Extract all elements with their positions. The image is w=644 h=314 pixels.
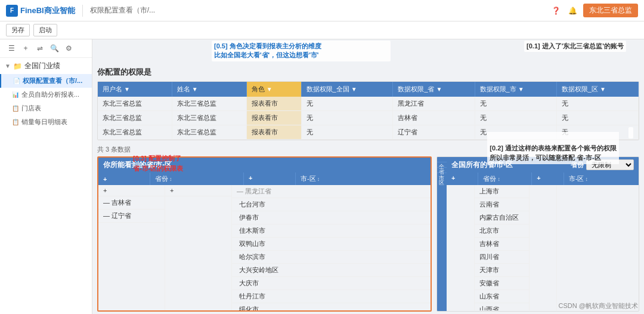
app-logo: F FineBI商业智能 (6, 5, 75, 17)
city-cell-4: 哈尔滨市 (232, 251, 431, 264)
add-icon[interactable]: + (103, 176, 107, 183)
side-tab-2[interactable]: 市 (437, 168, 447, 173)
ar-add2-col (530, 185, 558, 310)
sidebar-settings-icon[interactable]: ⚙ (62, 42, 75, 55)
side-tab-3[interactable]: 区 (437, 173, 447, 178)
ar-add-icon[interactable]: + (451, 174, 455, 181)
perm-col-header-city: 市-区 ↕ (296, 173, 431, 185)
td-name-0: 东北三省总监 (172, 97, 246, 111)
help-icon[interactable]: ❓ (550, 5, 562, 17)
main-layout: ☰ + ⇌ 🔍 ⚙ ▼ 📁 全国门业绩 📄 权限配置查看（市/... 📊 全员自… (0, 39, 644, 314)
ar-col-city: 市-区 ↕ (564, 173, 639, 185)
sidebar-add-icon[interactable]: + (19, 42, 32, 55)
filter-username[interactable]: ▼ (124, 86, 130, 93)
perm-col-header-add2: + (244, 173, 296, 185)
td-perm-province-0: 黑龙江省 (393, 97, 475, 111)
item-icon-stock: 📋 (12, 119, 19, 125)
add-city-btn[interactable]: + (165, 185, 231, 196)
watermark: CSDN @帆软商业智能技术 (559, 301, 638, 310)
td-perm-province-1: 吉林省 (393, 111, 475, 125)
item-icon-store: 📋 (12, 105, 19, 112)
th-username: 用户名 ▼ (98, 82, 172, 97)
ar-province-3: 北京市 (475, 224, 529, 238)
city-col: — 黑龙江省 七台河市 伊春市 佳木斯市 双鸭山市 哈尔滨市 大兴安岭地区 大庆… (232, 185, 431, 310)
city-cell-6: 大庆市 (232, 277, 431, 290)
app-name: FineBI商业智能 (20, 5, 75, 16)
ar-col-add: + (447, 173, 478, 185)
annotation-02 (628, 127, 633, 138)
sidebar-item-perm-config[interactable]: 📄 权限配置查看（市/... (0, 74, 92, 88)
add-province-btn[interactable]: + (98, 185, 165, 196)
filter-role[interactable]: ▼ (267, 86, 273, 93)
side-tab-1[interactable]: 省 (437, 162, 447, 168)
ar-add2-icon[interactable]: + (537, 174, 540, 181)
filter-perm-province[interactable]: ▼ (436, 86, 442, 93)
ar-province-1: 云南省 (475, 198, 529, 211)
filter-perm-city[interactable]: ▼ (518, 86, 524, 93)
sidebar-item-store[interactable]: 📋 门店表 (0, 101, 92, 115)
td-role-1: 报表看市 (246, 111, 301, 125)
sidebar-menu-icon[interactable]: ☰ (5, 42, 18, 55)
folder-arrow: ▼ (5, 63, 11, 69)
ar-province-0: 上海市 (475, 185, 529, 198)
sidebar-search-icon[interactable]: 🔍 (48, 42, 61, 55)
city-cell-1: 伊春市 (232, 211, 431, 224)
td-perm-national-2: 无 (301, 125, 393, 140)
td-perm-province-2: 辽宁省 (393, 125, 475, 140)
spacer-col: + (165, 185, 232, 310)
th-data-perm-district: 数据权限_区 ▼ (556, 82, 638, 97)
ar-province-4: 吉林省 (475, 238, 529, 251)
td-role-2: 报表看市 (246, 125, 301, 140)
all-regions-body: 上海市 云南省 内蒙古自治区 北京市 吉林省 四川省 天津市 安徽省 山东省 山… (447, 185, 639, 310)
td-username-2: 东北三省总监 (98, 125, 172, 140)
filter-name[interactable]: ▼ (192, 86, 198, 93)
sort-city-icon[interactable]: ↕ (317, 176, 320, 182)
annotation-04: [0.4]权限表控制 了所有表所用的 数据集， 等于控制了所有报表 (92, 174, 94, 214)
table-row: 东北三省总监 东北三省总监 报表看市 无 吉林省 无 无 (98, 111, 639, 125)
perm-section-title: 你配置的权限是 (97, 67, 639, 78)
sort-province-icon[interactable]: ↕ (169, 176, 172, 182)
all-regions-content: 全国所有的省/市-区 省份 无限制 + (447, 157, 639, 311)
folder-icon: 📁 (13, 62, 22, 70)
ar-col-province: 省份 ↕ (478, 173, 532, 185)
user-badge[interactable]: 东北三省总监 (583, 4, 638, 17)
topbar: F FineBI商业智能 权限配置查看（市/... ❓ 🔔 东北三省总监 (0, 0, 644, 21)
ar-province-2: 内蒙古自治区 (475, 211, 529, 224)
all-regions-panel: 全 省 市 区 全国所有的省/市-区 省份 无限制 (436, 156, 639, 312)
ar-sort-city[interactable]: ↕ (585, 176, 588, 182)
ar-sort-province[interactable]: ↕ (497, 176, 500, 182)
perm-region-body: + — 吉林省 — 辽宁省 + — 黑龙江省 七台河市 伊春市 佳木斯市 双 (98, 185, 431, 310)
annotation-03: [0.3] 配置控制了 省-市-区的权限表 (133, 153, 183, 173)
ar-province-6: 天津市 (475, 264, 529, 277)
sidebar-item-all-report[interactable]: 📊 全员自助分析报表... (0, 88, 92, 101)
annotation-05: [0.5] 角色决定看到报表主分析的维度 比如全国老大看'省'，但这边想看'市' (212, 41, 391, 61)
start-button[interactable]: 启动 (33, 24, 57, 36)
city-cell-7: 牡丹江市 (232, 290, 431, 303)
ar-province-7: 安徽省 (475, 277, 529, 290)
sidebar-share-icon[interactable]: ⇌ (33, 42, 47, 55)
province-col: + — 吉林省 — 辽宁省 (98, 185, 165, 310)
sidebar-folder-national[interactable]: ▼ 📁 全国门业绩 (0, 58, 92, 74)
bottom-layout: [0.4]权限表控制 了所有表所用的 数据集， 等于控制了所有报表 [0.3] … (97, 156, 639, 312)
breadcrumb: 权限配置查看（市/... (90, 5, 155, 16)
ar-province-9: 山西省 (475, 303, 529, 310)
filter-perm-district[interactable]: ▼ (600, 86, 606, 93)
sidebar-item-stock[interactable]: 📋 销量每日明细表 (0, 115, 92, 129)
td-perm-city-0: 无 (475, 97, 556, 111)
td-perm-national-1: 无 (301, 111, 393, 125)
side-tab-0[interactable]: 全 (437, 157, 447, 162)
add2-icon[interactable]: + (249, 174, 252, 181)
city-cell-heilong-header: — 黑龙江省 (232, 185, 431, 198)
item-icon-report: 📊 (12, 91, 19, 98)
city-cell-0: 七台河市 (232, 198, 431, 211)
sidebar-item-label-2: 门店表 (21, 104, 41, 113)
td-username-0: 东北三省总监 (98, 97, 172, 111)
sidebar: ☰ + ⇌ 🔍 ⚙ ▼ 📁 全国门业绩 📄 权限配置查看（市/... 📊 全员自… (0, 39, 92, 314)
content-area: [0.5] 角色决定看到报表主分析的维度 比如全国老大看'省'，但这边想看'市'… (92, 39, 644, 314)
item-icon-perm: 📄 (13, 78, 20, 84)
filter-perm-national[interactable]: ▼ (351, 86, 357, 93)
bell-icon[interactable]: 🔔 (566, 5, 578, 17)
perm-col-header-add: + (98, 173, 150, 185)
save-button[interactable]: 另存 (6, 24, 30, 36)
city-cell-5: 大兴安岭地区 (232, 264, 431, 277)
